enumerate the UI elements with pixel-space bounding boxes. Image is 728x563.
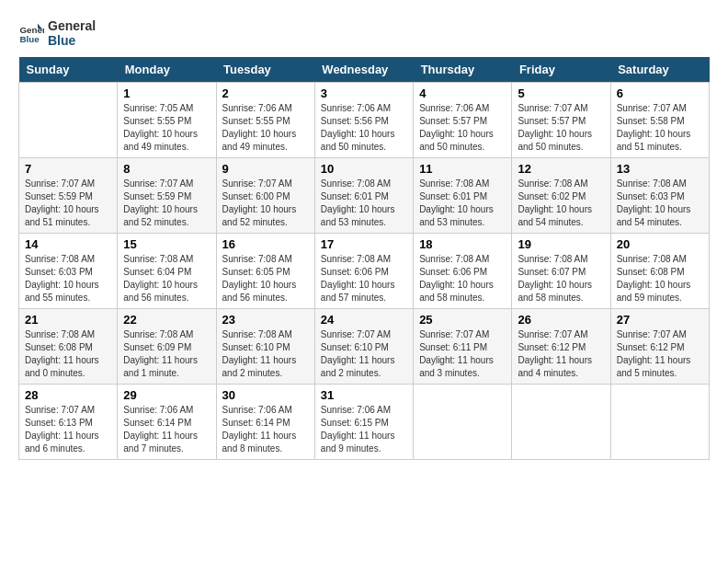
day-info: Sunrise: 7:07 AM Sunset: 6:11 PM Dayligh… (419, 328, 506, 380)
calendar-cell: 22Sunrise: 7:08 AM Sunset: 6:09 PM Dayli… (118, 309, 216, 385)
calendar-cell: 9Sunrise: 7:07 AM Sunset: 6:00 PM Daylig… (216, 158, 314, 234)
logo-icon: General Blue (18, 20, 44, 46)
logo: General Blue General Blue (18, 18, 96, 48)
day-number: 17 (321, 237, 407, 251)
calendar-cell: 18Sunrise: 7:08 AM Sunset: 6:06 PM Dayli… (414, 234, 512, 309)
calendar-cell: 26Sunrise: 7:07 AM Sunset: 6:12 PM Dayli… (512, 309, 610, 385)
day-number: 5 (518, 86, 604, 100)
header: General Blue General Blue (18, 18, 710, 48)
day-number: 30 (222, 388, 309, 402)
day-info: Sunrise: 7:07 AM Sunset: 6:13 PM Dayligh… (25, 404, 111, 455)
day-info: Sunrise: 7:08 AM Sunset: 6:05 PM Dayligh… (222, 253, 309, 304)
day-info: Sunrise: 7:08 AM Sunset: 6:08 PM Dayligh… (25, 328, 111, 380)
day-info: Sunrise: 7:07 AM Sunset: 6:00 PM Dayligh… (222, 178, 309, 229)
day-number: 4 (419, 86, 506, 100)
header-cell-monday: Monday (118, 57, 216, 83)
day-number: 22 (123, 313, 210, 327)
day-number: 14 (25, 237, 111, 251)
day-number: 28 (25, 388, 111, 402)
day-info: Sunrise: 7:07 AM Sunset: 5:57 PM Dayligh… (518, 102, 604, 154)
calendar-cell: 16Sunrise: 7:08 AM Sunset: 6:05 PM Dayli… (216, 234, 314, 309)
calendar-cell: 28Sunrise: 7:07 AM Sunset: 6:13 PM Dayli… (19, 385, 118, 460)
day-info: Sunrise: 7:08 AM Sunset: 6:06 PM Dayligh… (419, 253, 506, 304)
header-cell-wednesday: Wednesday (314, 57, 413, 83)
day-info: Sunrise: 7:06 AM Sunset: 6:14 PM Dayligh… (222, 404, 309, 455)
day-number: 26 (518, 313, 604, 327)
calendar-cell: 4Sunrise: 7:06 AM Sunset: 5:57 PM Daylig… (414, 83, 512, 158)
calendar-cell: 3Sunrise: 7:06 AM Sunset: 5:56 PM Daylig… (314, 83, 413, 158)
calendar-cell: 20Sunrise: 7:08 AM Sunset: 6:08 PM Dayli… (610, 234, 709, 309)
day-info: Sunrise: 7:06 AM Sunset: 5:55 PM Dayligh… (222, 102, 309, 154)
day-info: Sunrise: 7:07 AM Sunset: 6:12 PM Dayligh… (617, 328, 703, 380)
week-row-5: 28Sunrise: 7:07 AM Sunset: 6:13 PM Dayli… (19, 385, 710, 460)
calendar-cell (19, 83, 118, 158)
day-info: Sunrise: 7:06 AM Sunset: 6:14 PM Dayligh… (123, 404, 210, 455)
calendar-cell: 6Sunrise: 7:07 AM Sunset: 5:58 PM Daylig… (610, 83, 709, 158)
calendar-cell: 19Sunrise: 7:08 AM Sunset: 6:07 PM Dayli… (512, 234, 610, 309)
day-number: 25 (419, 313, 506, 327)
day-info: Sunrise: 7:07 AM Sunset: 6:10 PM Dayligh… (321, 328, 407, 380)
calendar-cell: 12Sunrise: 7:08 AM Sunset: 6:02 PM Dayli… (512, 158, 610, 234)
day-number: 21 (25, 313, 111, 327)
calendar-cell: 23Sunrise: 7:08 AM Sunset: 6:10 PM Dayli… (216, 309, 314, 385)
calendar-cell: 21Sunrise: 7:08 AM Sunset: 6:08 PM Dayli… (19, 309, 118, 385)
day-number: 2 (222, 86, 309, 100)
day-number: 12 (518, 162, 604, 176)
day-number: 20 (617, 237, 703, 251)
header-cell-saturday: Saturday (610, 57, 709, 83)
calendar-cell: 15Sunrise: 7:08 AM Sunset: 6:04 PM Dayli… (118, 234, 216, 309)
week-row-4: 21Sunrise: 7:08 AM Sunset: 6:08 PM Dayli… (19, 309, 710, 385)
calendar-cell: 17Sunrise: 7:08 AM Sunset: 6:06 PM Dayli… (314, 234, 413, 309)
day-info: Sunrise: 7:08 AM Sunset: 6:02 PM Dayligh… (518, 178, 604, 229)
calendar-cell: 30Sunrise: 7:06 AM Sunset: 6:14 PM Dayli… (216, 385, 314, 460)
calendar-cell: 27Sunrise: 7:07 AM Sunset: 6:12 PM Dayli… (610, 309, 709, 385)
calendar-table: SundayMondayTuesdayWednesdayThursdayFrid… (18, 57, 710, 460)
day-number: 18 (419, 237, 506, 251)
calendar-cell: 2Sunrise: 7:06 AM Sunset: 5:55 PM Daylig… (216, 83, 314, 158)
day-number: 16 (222, 237, 309, 251)
day-info: Sunrise: 7:08 AM Sunset: 6:01 PM Dayligh… (321, 178, 407, 229)
header-cell-sunday: Sunday (19, 57, 118, 83)
calendar-cell: 11Sunrise: 7:08 AM Sunset: 6:01 PM Dayli… (414, 158, 512, 234)
day-info: Sunrise: 7:08 AM Sunset: 6:01 PM Dayligh… (419, 178, 506, 229)
day-info: Sunrise: 7:06 AM Sunset: 6:15 PM Dayligh… (321, 404, 407, 455)
day-info: Sunrise: 7:06 AM Sunset: 5:57 PM Dayligh… (419, 102, 506, 154)
header-cell-tuesday: Tuesday (216, 57, 314, 83)
calendar-cell: 29Sunrise: 7:06 AM Sunset: 6:14 PM Dayli… (118, 385, 216, 460)
day-info: Sunrise: 7:08 AM Sunset: 6:08 PM Dayligh… (617, 253, 703, 304)
day-info: Sunrise: 7:07 AM Sunset: 5:59 PM Dayligh… (25, 178, 111, 229)
header-row: SundayMondayTuesdayWednesdayThursdayFrid… (19, 57, 710, 83)
day-info: Sunrise: 7:07 AM Sunset: 5:58 PM Dayligh… (617, 102, 703, 154)
logo-text-blue: Blue (48, 33, 96, 48)
day-info: Sunrise: 7:08 AM Sunset: 6:09 PM Dayligh… (123, 328, 210, 380)
day-info: Sunrise: 7:08 AM Sunset: 6:03 PM Dayligh… (25, 253, 111, 304)
day-info: Sunrise: 7:08 AM Sunset: 6:04 PM Dayligh… (123, 253, 210, 304)
header-cell-friday: Friday (512, 57, 610, 83)
day-info: Sunrise: 7:07 AM Sunset: 6:12 PM Dayligh… (518, 328, 604, 380)
day-number: 6 (617, 86, 703, 100)
svg-text:Blue: Blue (19, 34, 40, 44)
day-number: 23 (222, 313, 309, 327)
calendar-cell: 7Sunrise: 7:07 AM Sunset: 5:59 PM Daylig… (19, 158, 118, 234)
day-number: 3 (321, 86, 407, 100)
calendar-cell: 10Sunrise: 7:08 AM Sunset: 6:01 PM Dayli… (314, 158, 413, 234)
day-info: Sunrise: 7:07 AM Sunset: 5:59 PM Dayligh… (123, 178, 210, 229)
day-info: Sunrise: 7:08 AM Sunset: 6:07 PM Dayligh… (518, 253, 604, 304)
day-number: 29 (123, 388, 210, 402)
day-number: 8 (123, 162, 210, 176)
day-info: Sunrise: 7:06 AM Sunset: 5:56 PM Dayligh… (321, 102, 407, 154)
day-number: 24 (321, 313, 407, 327)
day-number: 27 (617, 313, 703, 327)
day-number: 10 (321, 162, 407, 176)
calendar-cell: 5Sunrise: 7:07 AM Sunset: 5:57 PM Daylig… (512, 83, 610, 158)
day-number: 9 (222, 162, 309, 176)
calendar-cell: 14Sunrise: 7:08 AM Sunset: 6:03 PM Dayli… (19, 234, 118, 309)
calendar-cell: 13Sunrise: 7:08 AM Sunset: 6:03 PM Dayli… (610, 158, 709, 234)
week-row-2: 7Sunrise: 7:07 AM Sunset: 5:59 PM Daylig… (19, 158, 710, 234)
calendar-cell (414, 385, 512, 460)
day-number: 15 (123, 237, 210, 251)
calendar-cell: 31Sunrise: 7:06 AM Sunset: 6:15 PM Dayli… (314, 385, 413, 460)
day-number: 7 (25, 162, 111, 176)
week-row-3: 14Sunrise: 7:08 AM Sunset: 6:03 PM Dayli… (19, 234, 710, 309)
day-info: Sunrise: 7:08 AM Sunset: 6:03 PM Dayligh… (617, 178, 703, 229)
